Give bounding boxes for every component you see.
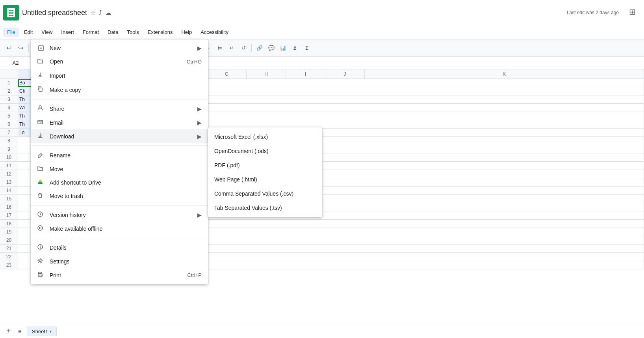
redo-button[interactable]: ↪ [15,43,26,54]
csv-label: Comma Separated Values (.csv) [214,190,293,197]
menu-item-edit[interactable]: Edit [20,28,37,37]
sheet-tab[interactable]: Sheet1 ▾ [27,327,57,336]
rotate-button[interactable]: ↺ [238,43,249,54]
menu-item-accessibility[interactable]: Accessibility [197,28,232,37]
chart-button[interactable]: 📊 [278,43,289,54]
menu-option-settings[interactable]: Settings [31,254,208,268]
svg-rect-4 [9,12,11,13]
submenu-option-csv[interactable]: Comma Separated Values (.csv) [208,187,322,201]
pdf-label: PDF (.pdf) [214,162,240,168]
menu-item-data[interactable]: Data [104,28,122,37]
bottom-bar: + ≡ Sheet1 ▾ [0,324,644,338]
menu-divider-2 [31,146,208,146]
col-header-j[interactable]: J [325,69,365,78]
svg-rect-2 [9,10,11,11]
html-label: Web Page (.html) [214,176,257,183]
cell-f1[interactable] [168,79,644,87]
comment-button[interactable]: 💬 [266,43,277,54]
add-shortcut-label: Add shortcut to Drive [50,179,202,186]
menu-option-move[interactable]: Move [31,162,208,176]
col-header-i[interactable]: I [286,69,325,78]
menu-item-file[interactable]: File [3,28,19,37]
submenu-option-tsv[interactable]: Tab Separated Values (.tsv) [208,201,322,215]
col-header-h[interactable]: H [247,69,286,78]
sheet-tab-name: Sheet1 [32,329,48,334]
functions-button[interactable]: Σ [301,43,312,54]
doc-title[interactable]: Untitled spreadsheet [22,9,87,17]
row-header-3: 3 [0,95,18,103]
move-trash-label: Move to trash [50,193,202,199]
col-header-g[interactable]: G [207,69,247,78]
menu-item-view[interactable]: View [37,28,56,37]
svg-rect-7 [11,13,13,14]
submenu-option-ods[interactable]: OpenDocument (.ods) [208,144,322,158]
new-arrow: ▶ [197,45,202,51]
share-label: Share [50,106,197,112]
undo-button[interactable]: ↩ [3,43,14,54]
menu-option-download[interactable]: Download ▶ [31,129,208,143]
menu-option-email[interactable]: Email ▶ [31,116,208,129]
new-icon [37,45,45,51]
menu-item-help[interactable]: Help [177,28,196,37]
version-history-arrow: ▶ [197,212,202,218]
menu-option-details[interactable]: Details [31,241,208,254]
svg-rect-6 [9,13,11,14]
menu-option-open[interactable]: Open Ctrl+O [31,54,208,69]
details-label: Details [50,245,202,251]
valign-button[interactable]: ⊨ [214,43,225,54]
cell-ref-box[interactable]: A2 [0,57,32,69]
download-arrow: ▶ [197,133,202,140]
title-area: Untitled spreadsheet ☆ ⤴ ☁ [22,9,111,17]
star-icon[interactable]: ☆ [90,9,96,17]
file-menu-dropdown: New ▶ Open Ctrl+O Import Make a copy Sha… [31,39,208,284]
svg-point-12 [39,106,41,108]
menu-option-add-shortcut[interactable]: Add shortcut to Drive [31,176,208,189]
sheets-logo [3,5,19,21]
version-history-icon [37,211,45,218]
menu-option-make-offline[interactable]: Make available offline [31,222,208,235]
cloud-icon[interactable]: ☁ [105,9,111,17]
right-panel-button[interactable]: ⊞ [625,5,639,19]
menu-option-share[interactable]: Share ▶ [31,102,208,116]
menu-divider-1 [31,99,208,99]
menu-item-insert[interactable]: Insert [57,28,78,37]
print-label: Print [50,272,187,278]
move-icon[interactable]: ⤴ [99,9,102,16]
toolbar-separator-5 [251,44,252,52]
add-shortcut-icon [37,179,45,186]
menu-divider-4 [31,238,208,238]
ods-label: OpenDocument (.ods) [214,148,269,154]
row-header-6: 6 [0,120,18,128]
menu-option-import[interactable]: Import [31,69,208,83]
email-icon [37,119,45,126]
menu-option-new[interactable]: New ▶ [31,42,208,54]
menu-option-version-history[interactable]: Version history ▶ [31,208,208,222]
add-sheet-button[interactable]: + [3,326,14,337]
email-arrow: ▶ [197,120,202,126]
menu-item-format[interactable]: Format [79,28,103,37]
wrap-button[interactable]: ↵ [226,43,237,54]
menu-option-rename[interactable]: Rename [31,148,208,162]
menu-item-tools[interactable]: Tools [123,28,143,37]
menu-divider-3 [31,205,208,205]
all-sheets-button[interactable]: ≡ [14,326,25,337]
svg-rect-8 [9,15,11,16]
menu-option-move-trash[interactable]: Move to trash [31,189,208,203]
menu-option-print[interactable]: Print Ctrl+P [31,268,208,282]
open-shortcut: Ctrl+O [187,59,202,65]
col-header-k[interactable]: K [365,69,644,78]
tsv-label: Tab Separated Values (.tsv) [214,205,282,211]
trash-icon [37,192,45,200]
toolbar-separator-1 [28,44,29,52]
filter-button[interactable]: ⊻ [290,43,301,54]
link-button[interactable]: 🔗 [254,43,265,54]
menu-item-extensions[interactable]: Extensions [144,28,177,37]
submenu-option-xlsx[interactable]: Microsoft Excel (.xlsx) [208,130,322,144]
download-submenu: Microsoft Excel (.xlsx) OpenDocument (.o… [208,127,322,217]
submenu-option-pdf[interactable]: PDF (.pdf) [208,158,322,172]
settings-icon [37,258,45,265]
download-icon [37,133,45,140]
menu-option-make-copy[interactable]: Make a copy [31,83,208,97]
sheet-tab-arrow: ▾ [50,329,52,334]
submenu-option-html[interactable]: Web Page (.html) [208,172,322,187]
